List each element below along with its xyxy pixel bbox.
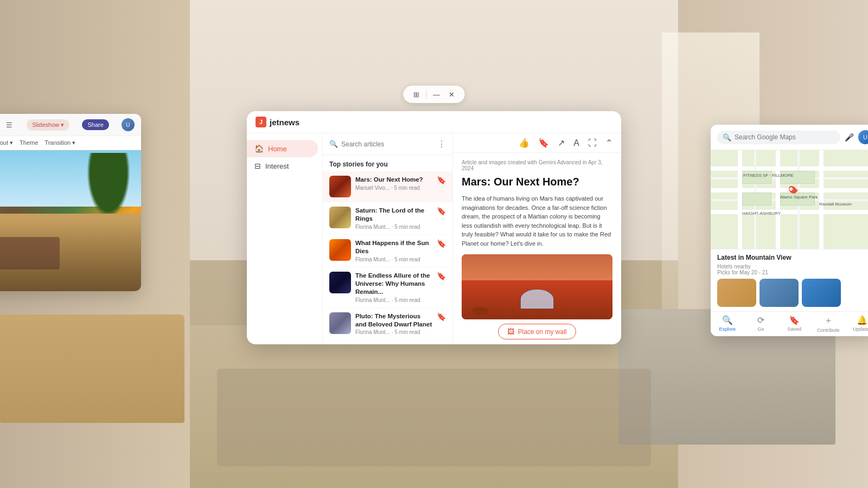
window-controls-bar: ⊞ — ✕ bbox=[404, 86, 465, 103]
close-button[interactable]: ✕ bbox=[446, 89, 457, 100]
maps-search-input[interactable] bbox=[735, 133, 835, 141]
hotel-card-2[interactable] bbox=[760, 279, 799, 307]
maps-footer-saved[interactable]: 🔖 Saved bbox=[783, 315, 805, 333]
news-logo: J jetnews bbox=[256, 117, 299, 127]
place-on-wall-button[interactable]: 🖼 Place on my wall bbox=[498, 324, 576, 339]
transition-dropdown[interactable]: Transition ▾ bbox=[44, 139, 75, 146]
nav-item-interest[interactable]: ⊟ Interest bbox=[247, 157, 318, 175]
explore-icon: 🔍 bbox=[722, 315, 733, 325]
bookmark-icon-4[interactable]: 🔖 bbox=[437, 312, 446, 321]
mars-rocks bbox=[473, 307, 489, 315]
patio-sky bbox=[0, 150, 141, 207]
article-info-0: Mars: Our Next Home? Manuel Vivo... · 5 … bbox=[355, 176, 432, 191]
article-item-1[interactable]: Saturn: The Lord of the Rings Florina Mu… bbox=[323, 202, 452, 235]
article-thumb-4 bbox=[329, 312, 351, 334]
text-size-icon[interactable]: A bbox=[573, 138, 579, 148]
slideshow-toolbar: Layout ▾ Theme Transition ▾ bbox=[0, 136, 141, 150]
go-label: Go bbox=[758, 326, 764, 332]
maps-map-area[interactable]: FITNESS SF · FILLMORE Alamo Square Park … bbox=[711, 150, 868, 249]
slideshow-preview bbox=[0, 150, 141, 291]
slideshow-button[interactable]: Slideshow ▾ bbox=[27, 119, 69, 131]
maps-footer-updates[interactable]: 🔔 Updates bbox=[851, 315, 868, 333]
article-item-5[interactable]: Mind-Bending Fun Facts About Florina Mun… bbox=[323, 340, 452, 344]
map-block-2 bbox=[742, 192, 771, 206]
article-hero-image bbox=[462, 254, 612, 319]
road-v-1 bbox=[738, 150, 742, 249]
article-meta-0: Manuel Vivo... · 5 min read bbox=[355, 185, 432, 191]
share-icon[interactable]: ↗ bbox=[558, 138, 565, 148]
save-icon[interactable]: 🔖 bbox=[538, 138, 549, 148]
top-stories-title: Top stories for you bbox=[323, 155, 452, 171]
maps-panel: 🔍 🎤 U FITNESS SF · FILLMORE Alamo Square… bbox=[711, 125, 868, 336]
road-v-2 bbox=[776, 150, 780, 249]
saved-label: Saved bbox=[787, 326, 801, 332]
article-info-2: What Happens if the Sun Dies Florina Mun… bbox=[355, 239, 432, 262]
room-cabinet bbox=[0, 314, 184, 423]
maps-footer-go[interactable]: ⟳ Go bbox=[750, 315, 772, 333]
room-rug bbox=[217, 369, 651, 466]
controls-divider bbox=[426, 90, 427, 99]
place-wall-icon: 🖼 bbox=[507, 328, 514, 336]
article-title-1: Saturn: The Lord of the Rings bbox=[355, 207, 432, 223]
map-label-3: HAIGHT-ASHBURY bbox=[742, 211, 781, 216]
article-info-3: The Endless Allure of the Universe: Why … bbox=[355, 272, 432, 303]
maps-mic-icon[interactable]: 🎤 bbox=[845, 133, 854, 142]
fullscreen-icon[interactable]: ⛶ bbox=[588, 138, 597, 148]
layout-dropdown[interactable]: Layout ▾ bbox=[0, 139, 13, 146]
list-icon: ☰ bbox=[4, 120, 14, 130]
place-on-wall-label: Place on my wall bbox=[518, 328, 566, 336]
interest-nav-icon: ⊟ bbox=[254, 162, 261, 170]
more-options-icon[interactable]: ⌃ bbox=[605, 138, 612, 148]
patio-tree bbox=[87, 153, 130, 218]
article-thumb-0 bbox=[329, 176, 351, 197]
more-icon[interactable]: ⋮ bbox=[437, 139, 446, 149]
bookmark-icon-0[interactable]: 🔖 bbox=[437, 176, 446, 184]
search-input[interactable] bbox=[341, 140, 434, 148]
minimize-button[interactable]: — bbox=[431, 89, 442, 100]
mars-sky bbox=[462, 254, 612, 284]
news-logo-text: jetnews bbox=[270, 118, 299, 127]
road-h-3 bbox=[711, 210, 868, 214]
slideshow-panel: ⊞ ☰ Slideshow ▾ Share U Layout ▾ Theme T… bbox=[0, 114, 141, 291]
article-title-2: What Happens if the Sun Dies bbox=[355, 239, 432, 255]
search-icon: 🔍 bbox=[329, 140, 338, 148]
news-header: J jetnews bbox=[247, 111, 621, 133]
gemini-note: Article and images created with Gemini A… bbox=[462, 159, 612, 171]
bookmark-icon-1[interactable]: 🔖 bbox=[437, 207, 446, 215]
article-item-3[interactable]: The Endless Allure of the Universe: Why … bbox=[323, 267, 452, 308]
share-button[interactable]: Share bbox=[82, 119, 108, 130]
hotel-card-3[interactable] bbox=[802, 279, 841, 307]
article-item-4[interactable]: Pluto: The Mysterious and Beloved Dwarf … bbox=[323, 308, 452, 341]
article-meta-3: Florina Munt... · 5 min read bbox=[355, 297, 432, 303]
maps-footer-contribute[interactable]: ＋ Contribute bbox=[817, 315, 840, 333]
hotel-card-1[interactable] bbox=[717, 279, 756, 307]
bookmark-icon-3[interactable]: 🔖 bbox=[437, 272, 446, 280]
article-item-2[interactable]: What Happens if the Sun Dies Florina Mun… bbox=[323, 235, 452, 267]
news-panel: J jetnews 🏠 Home ⊟ Interest 🔍 ⋮ bbox=[247, 111, 621, 344]
slideshow-header: ⊞ ☰ Slideshow ▾ Share U bbox=[0, 114, 141, 136]
news-logo-icon: J bbox=[256, 117, 266, 127]
maps-avatar: U bbox=[858, 130, 868, 144]
article-thumb-3 bbox=[329, 272, 351, 293]
news-search-bar: 🔍 ⋮ bbox=[323, 133, 452, 155]
article-meta-2: Florina Munt... · 5 min read bbox=[355, 256, 432, 262]
theme-button[interactable]: Theme bbox=[20, 139, 38, 146]
contribute-icon: ＋ bbox=[824, 315, 833, 326]
article-title-3: The Endless Allure of the Universe: Why … bbox=[355, 272, 432, 296]
nav-item-home[interactable]: 🏠 Home bbox=[247, 140, 318, 157]
maps-info-panel: Latest in Mountain View Hotels nearby Pi… bbox=[711, 249, 868, 311]
article-item-0[interactable]: Mars: Our Next Home? Manuel Vivo... · 5 … bbox=[323, 171, 452, 202]
article-meta-1: Florina Munt... · 5 min read bbox=[355, 224, 432, 230]
patio-floor bbox=[0, 214, 141, 291]
maps-header: 🔍 🎤 U bbox=[711, 125, 868, 150]
article-main-title: Mars: Our Next Home? bbox=[462, 175, 612, 189]
like-icon[interactable]: 👍 bbox=[519, 138, 529, 148]
updates-label: Updates bbox=[853, 326, 868, 332]
bookmark-icon-2[interactable]: 🔖 bbox=[437, 239, 446, 248]
maps-search-bar[interactable]: 🔍 bbox=[717, 131, 840, 144]
road-h-1 bbox=[711, 166, 868, 171]
maps-footer-explore[interactable]: 🔍 Explore bbox=[717, 315, 738, 333]
contribute-label: Contribute bbox=[817, 328, 840, 333]
header-icons: ⊞ ☰ bbox=[0, 120, 14, 130]
home-nav-icon: 🏠 bbox=[254, 144, 264, 153]
